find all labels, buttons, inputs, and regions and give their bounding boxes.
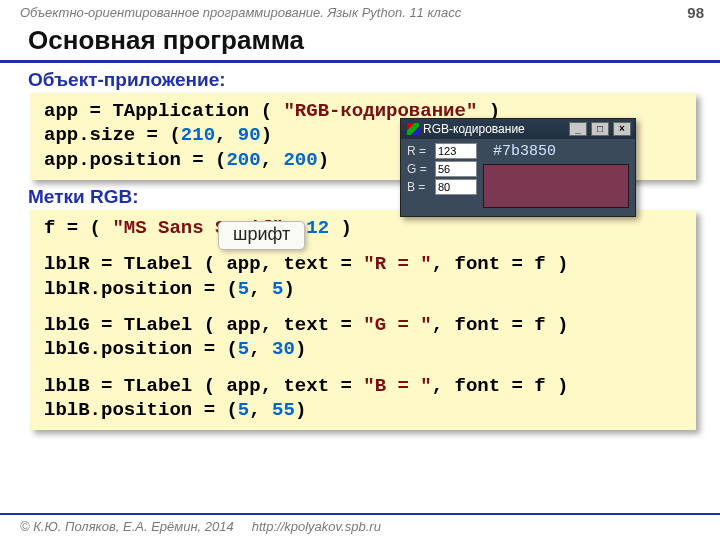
hex-value: #7b3850 [483, 143, 629, 160]
tooltip-font: шрифт [218, 221, 305, 250]
label-g: G = [407, 162, 431, 176]
page-number: 98 [687, 4, 704, 21]
course-title: Объектно-ориентированное программировани… [20, 5, 461, 20]
input-b[interactable] [435, 179, 477, 195]
label-r: R = [407, 144, 431, 158]
slide-footer: © К.Ю. Поляков, Е.А. Ерёмин, 2014 http:/… [0, 513, 720, 540]
slide-header: Объектно-ориентированное программировани… [0, 0, 720, 23]
input-g[interactable] [435, 161, 477, 177]
rgb-window-title: RGB-кодирование [423, 122, 565, 136]
input-r[interactable] [435, 143, 477, 159]
code-block-labels: f = ( "MS Sans Serif", 12 ) lblR = TLabe… [30, 210, 696, 430]
maximize-button[interactable]: □ [591, 122, 609, 136]
close-button[interactable]: × [613, 122, 631, 136]
color-swatch [483, 164, 629, 208]
rgb-window-titlebar[interactable]: RGB-кодирование _ □ × [401, 119, 635, 139]
minimize-button[interactable]: _ [569, 122, 587, 136]
app-icon [407, 123, 419, 135]
section-app-object: Объект-приложение: [0, 69, 720, 91]
footer-url: http://kpolyakov.spb.ru [252, 519, 381, 534]
label-b: B = [407, 180, 431, 194]
slide-title: Основная программа [0, 23, 720, 63]
rgb-window: RGB-кодирование _ □ × R = G = B = #7b385… [400, 118, 636, 217]
copyright: © К.Ю. Поляков, Е.А. Ерёмин, 2014 [20, 519, 234, 534]
rgb-window-body: R = G = B = #7b3850 [401, 139, 635, 216]
